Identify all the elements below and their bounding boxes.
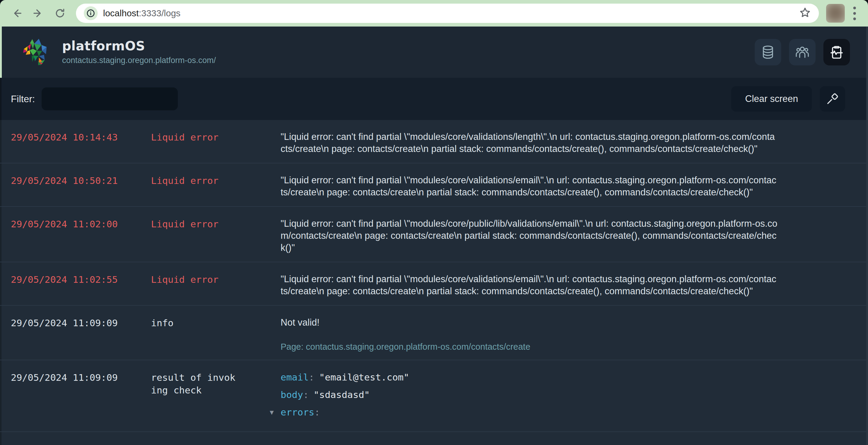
log-timestamp: 29/05/2024 10:50:21 xyxy=(11,174,151,187)
log-message: "Liquid error: can't find partial \"modu… xyxy=(281,273,868,297)
chevron-down-icon: ▼ xyxy=(270,407,274,418)
kv-colon: : xyxy=(309,372,314,383)
address-bar[interactable]: localhost:3333/logs xyxy=(76,4,819,23)
back-icon xyxy=(11,7,22,19)
log-type: result of invoking check xyxy=(151,371,236,396)
log-kv-line: body:"sdasdasd" xyxy=(281,389,868,401)
header-actions xyxy=(755,39,850,65)
log-timestamp: 29/05/2024 10:14:43 xyxy=(11,131,151,144)
toolbar-actions: Clear screen xyxy=(731,86,845,112)
table-row: 29/05/2024 11:09:09 info Not valid!Page:… xyxy=(0,306,868,360)
database-icon xyxy=(760,44,776,60)
kv-key: email xyxy=(281,372,309,383)
logs-icon xyxy=(829,44,844,60)
page-link[interactable]: Page: contactus.staging.oregon.platform-… xyxy=(281,342,868,352)
reload-button[interactable] xyxy=(51,4,69,22)
avatar[interactable] xyxy=(826,4,845,23)
log-type: info xyxy=(151,317,236,329)
pin-icon xyxy=(826,92,839,106)
forward-button[interactable] xyxy=(30,4,47,22)
brand-block: platformOS contactus.staging.oregon.plat… xyxy=(62,39,216,65)
log-message: Not valid!Page: contactus.staging.oregon… xyxy=(281,317,868,352)
reload-icon xyxy=(54,7,66,19)
nav-users-button[interactable] xyxy=(789,39,815,65)
kv-colon: : xyxy=(303,389,309,400)
log-kv-line: email:"email@test.com" xyxy=(281,371,868,383)
app-header: platformOS contactus.staging.oregon.plat… xyxy=(0,27,868,78)
browser-menu-button[interactable] xyxy=(849,7,860,20)
nav-logs-button[interactable] xyxy=(824,39,850,65)
table-row: 29/05/2024 10:14:43 Liquid error "Liquid… xyxy=(0,120,868,164)
scrollbar[interactable] xyxy=(866,27,868,445)
back-button[interactable] xyxy=(8,4,25,22)
app-title: platformOS xyxy=(62,39,216,53)
errors-expander[interactable]: ▼errors: xyxy=(281,406,868,418)
browser-toolbar: localhost:3333/logs xyxy=(0,0,868,27)
kv-value: "email@test.com" xyxy=(319,372,409,383)
filter-label: Filter: xyxy=(11,93,35,105)
url-text: localhost:3333/logs xyxy=(103,8,181,19)
table-row: 29/05/2024 11:02:55 Liquid error "Liquid… xyxy=(0,262,868,306)
log-message-text: "Liquid error: can't find partial \"modu… xyxy=(281,174,790,198)
log-type: Liquid error xyxy=(151,273,236,286)
log-timestamp: 29/05/2024 11:09:09 xyxy=(11,371,151,384)
log-type: Liquid error xyxy=(151,174,236,187)
table-row: 29/05/2024 10:50:21 Liquid error "Liquid… xyxy=(0,164,868,207)
pin-button[interactable] xyxy=(820,86,845,112)
info-icon xyxy=(86,8,96,18)
site-info-button[interactable] xyxy=(84,6,98,20)
log-timestamp: 29/05/2024 11:02:55 xyxy=(11,273,151,286)
users-icon xyxy=(795,44,810,60)
log-type: Liquid error xyxy=(151,131,236,144)
star-icon xyxy=(799,7,811,19)
log-message: email:"email@test.com"body:"sdasdasd"▼er… xyxy=(281,371,868,424)
log-timestamp: 29/05/2024 11:02:00 xyxy=(11,218,151,230)
log-message: "Liquid error: can't find partial \"modu… xyxy=(281,174,868,198)
kv-value: "sdasdasd" xyxy=(313,389,370,400)
log-message-text: Not valid! xyxy=(281,317,790,329)
log-type: Liquid error xyxy=(151,218,236,230)
nav-database-button[interactable] xyxy=(755,39,781,65)
kv-colon: : xyxy=(314,407,320,418)
log-message: "Liquid error: can't find partial \"modu… xyxy=(281,131,868,155)
kv-key: errors xyxy=(281,407,314,418)
log-table: 29/05/2024 10:14:43 Liquid error "Liquid… xyxy=(0,120,868,445)
log-message-text: "Liquid error: can't find partial \"modu… xyxy=(281,273,790,297)
instance-url[interactable]: contactus.staging.oregon.platform-os.com… xyxy=(62,56,216,65)
platformos-logo xyxy=(20,36,51,68)
log-message-text: "Liquid error: can't find partial \"modu… xyxy=(281,131,790,155)
avatar-image xyxy=(826,4,845,23)
log-message-text: "Liquid error: can't find partial \"modu… xyxy=(281,218,790,254)
log-timestamp: 29/05/2024 11:09:09 xyxy=(11,317,151,329)
table-row: 29/05/2024 11:02:00 Liquid error "Liquid… xyxy=(0,207,868,262)
log-message: "Liquid error: can't find partial \"modu… xyxy=(281,218,868,254)
kv-key: body xyxy=(281,389,303,400)
table-row: 29/05/2024 11:09:09 result of invoking c… xyxy=(0,360,868,432)
app-window: localhost:3333/logs xyxy=(0,0,868,445)
filter-input[interactable] xyxy=(41,87,178,110)
filter-toolbar: Filter: Clear screen xyxy=(0,78,868,120)
forward-icon xyxy=(33,7,44,19)
clear-screen-button[interactable]: Clear screen xyxy=(731,86,812,112)
bookmark-button[interactable] xyxy=(799,7,811,20)
